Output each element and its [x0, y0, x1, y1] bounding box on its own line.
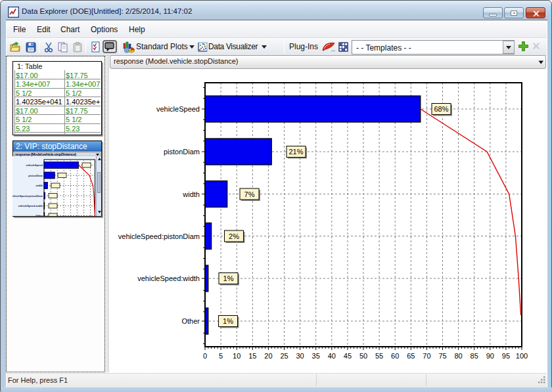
- svg-text:2%: 2%: [229, 232, 239, 240]
- svg-text:width: width: [182, 190, 200, 198]
- svg-text:65: 65: [407, 352, 415, 360]
- svg-text:20: 20: [264, 352, 272, 360]
- svg-text:90: 90: [486, 352, 494, 360]
- svg-text:5: 5: [219, 352, 223, 360]
- svg-text:25: 25: [280, 352, 288, 360]
- svg-text:35: 35: [312, 352, 320, 360]
- svg-text:100: 100: [516, 352, 528, 360]
- svg-text:vehicleSpeed: vehicleSpeed: [26, 163, 43, 167]
- svg-text:55: 55: [375, 352, 383, 360]
- svg-text:vehicleSpeed:width: vehicleSpeed:width: [137, 274, 200, 282]
- svg-text:75: 75: [438, 352, 446, 360]
- svg-text:21%: 21%: [288, 148, 303, 156]
- svg-text:95: 95: [502, 352, 510, 360]
- svg-text:vehicleSpeed:pistonDiam: vehicleSpeed:pistonDiam: [118, 232, 200, 240]
- svg-text:vehicleSpeed: vehicleSpeed: [156, 105, 200, 113]
- svg-text:0: 0: [203, 352, 207, 360]
- svg-text:45: 45: [344, 352, 352, 360]
- svg-text:pistonDiam: pistonDiam: [28, 174, 43, 177]
- svg-text:1%: 1%: [223, 274, 234, 282]
- svg-text:10: 10: [233, 352, 241, 360]
- svg-text:80: 80: [454, 352, 462, 360]
- svg-text:70: 70: [423, 352, 430, 360]
- svg-text:pistonDiam: pistonDiam: [164, 148, 200, 156]
- svg-text:15: 15: [248, 352, 256, 360]
- svg-text:68%: 68%: [434, 105, 448, 113]
- svg-text:40: 40: [328, 352, 336, 360]
- svg-text:85: 85: [471, 352, 478, 360]
- svg-text:vehicleSpeed:pistonDiam: vehicleSpeed:pistonDiam: [12, 194, 43, 198]
- svg-text:30: 30: [296, 352, 304, 360]
- svg-text:60: 60: [391, 352, 399, 360]
- svg-text:width: width: [35, 184, 43, 187]
- svg-text:50: 50: [359, 352, 367, 360]
- svg-text:7%: 7%: [244, 190, 255, 198]
- svg-text:1%: 1%: [223, 317, 233, 325]
- svg-text:Other: Other: [35, 214, 43, 216]
- svg-text:vehicleSpeed:width: vehicleSpeed:width: [18, 204, 43, 207]
- svg-text:Other: Other: [181, 317, 200, 325]
